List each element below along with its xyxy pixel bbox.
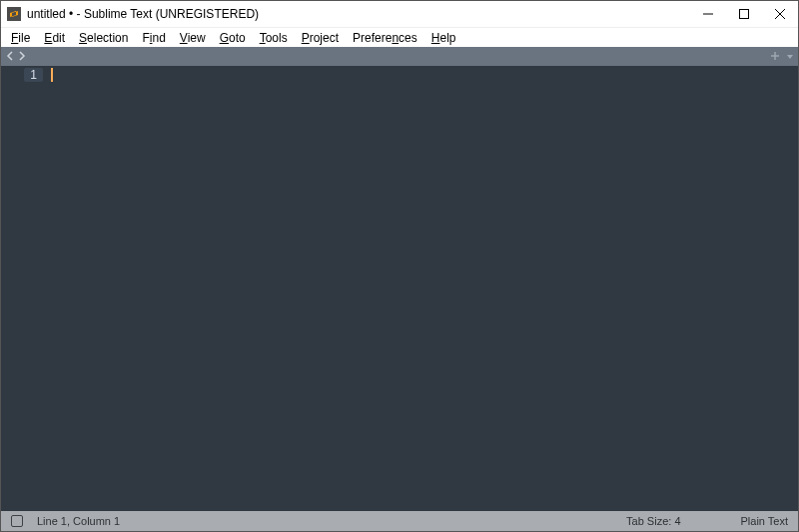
svg-line-4 [775, 9, 785, 19]
menu-tools[interactable]: Tools [254, 30, 294, 46]
svg-rect-2 [740, 10, 749, 19]
menu-preferences[interactable]: Preferences [347, 30, 423, 46]
menu-project[interactable]: Project [296, 30, 345, 46]
menu-help[interactable]: Help [425, 30, 462, 46]
menu-selection[interactable]: Selection [73, 30, 134, 46]
minimize-button[interactable] [690, 1, 726, 27]
titlebar: untitled • - Sublime Text (UNREGISTERED) [1, 1, 798, 27]
menu-view[interactable]: View [174, 30, 212, 46]
maximize-button[interactable] [726, 1, 762, 27]
tab-nav-forward-icon[interactable] [17, 50, 27, 64]
app-icon [7, 7, 21, 21]
panel-switcher-icon[interactable] [11, 515, 23, 527]
svg-line-3 [775, 9, 785, 19]
tab-dropdown-icon[interactable] [786, 50, 794, 64]
menu-find[interactable]: Find [136, 30, 171, 46]
menu-edit[interactable]: Edit [38, 30, 71, 46]
tab-nav-back-icon[interactable] [5, 50, 15, 64]
close-button[interactable] [762, 1, 798, 27]
text-area[interactable] [49, 66, 798, 511]
status-tab-size[interactable]: Tab Size: 4 [626, 515, 680, 527]
new-tab-button[interactable] [770, 50, 780, 64]
window-title: untitled • - Sublime Text (UNREGISTERED) [27, 7, 259, 21]
menu-goto[interactable]: Goto [214, 30, 252, 46]
svg-rect-0 [7, 7, 21, 21]
text-cursor [51, 68, 53, 82]
line-number: 1 [24, 68, 43, 82]
status-syntax[interactable]: Plain Text [741, 515, 789, 527]
menu-file[interactable]: File [5, 30, 36, 46]
tabbar [1, 47, 798, 66]
editor-area: 1 [1, 66, 798, 511]
menubar: File Edit Selection Find View Goto Tools… [1, 27, 798, 47]
gutter: 1 [1, 66, 49, 511]
window-controls [690, 1, 798, 27]
status-position[interactable]: Line 1, Column 1 [37, 515, 120, 527]
statusbar: Line 1, Column 1 Tab Size: 4 Plain Text [1, 511, 798, 531]
